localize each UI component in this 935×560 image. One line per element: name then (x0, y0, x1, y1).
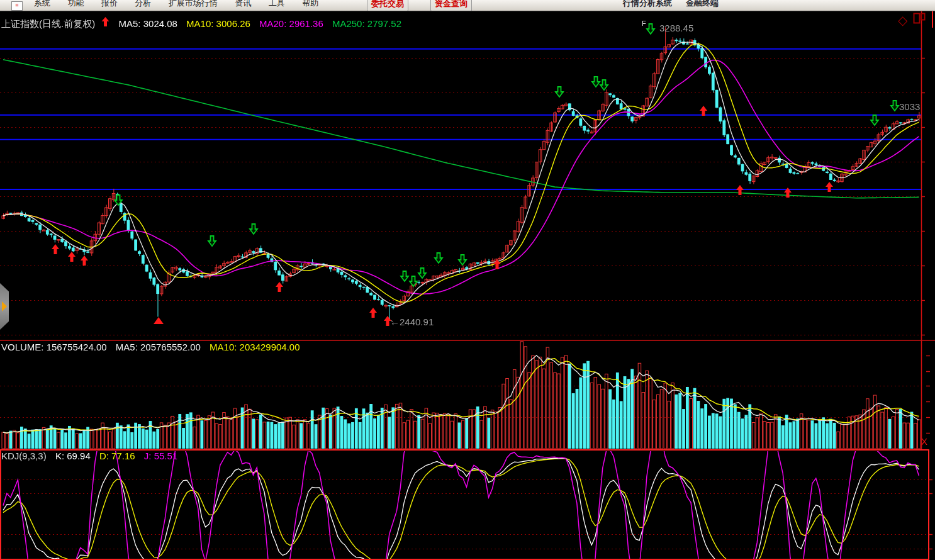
kdj-j-value: J: 55.51 (144, 451, 177, 461)
close-indicator-icon[interactable]: X (921, 436, 927, 447)
chart-title: 上证指数(日线.前复权) (1, 18, 95, 29)
menu-row: 系统 功能 报价 分析 扩展市场行情 资讯 工具 帮助 (34, 0, 333, 11)
menu-item-6[interactable]: 工具 (269, 0, 285, 9)
kdj-k-value: K: 69.94 (55, 451, 91, 461)
top-toolbar: ≡ 系统 功能 报价 分析 扩展市场行情 资讯 工具 帮助 委托交易 资金查询 … (0, 0, 935, 11)
menu-item-1[interactable]: 功能 (67, 0, 84, 9)
kdj-title: KDJ(9,3,3) (1, 451, 47, 461)
kdj-legend: KDJ(9,3,3) K: 69.94 D: 77.16 J: 55.51 (1, 451, 184, 461)
ma250-legend: MA250: 2797.52 (332, 18, 401, 29)
menu-item-5[interactable]: 资讯 (235, 0, 251, 9)
peak-flag-label: F (642, 20, 646, 27)
volume-legend: VOLUME: 156755424.00 MA5: 205765552.00 M… (1, 342, 306, 352)
menu-item-4[interactable]: 扩展市场行情 (169, 0, 218, 9)
ma20-legend: MA20: 2961.36 (259, 18, 323, 29)
volume-value: VOLUME: 156755424.00 (1, 342, 107, 352)
chart-canvas[interactable] (0, 0, 935, 560)
stock-terminal: { "toolbar": { "menu_items": ["系统", "功能"… (0, 0, 935, 560)
menu-item-3[interactable]: 分析 (135, 0, 151, 9)
toolbar-right-label-1: 行情分析系统 (623, 0, 672, 9)
split-window-icon[interactable] (913, 13, 926, 27)
expand-arrow-icon (2, 301, 7, 311)
low-price-label: ←2440.91 (390, 316, 434, 327)
menu-item-0[interactable]: 系统 (34, 0, 50, 9)
kdj-d-value: D: 77.16 (99, 451, 135, 461)
menu-item-2[interactable]: 报价 (101, 0, 118, 9)
peak-price-label: 3288.45 (659, 23, 693, 33)
up-arrow-icon (101, 17, 109, 29)
ma10-legend: MA10: 3006.26 (186, 18, 250, 29)
app-icon[interactable]: ≡ (11, 1, 23, 11)
query-button[interactable]: 资金查询 (430, 0, 472, 11)
trade-button[interactable]: 委托交易 (367, 0, 408, 11)
last-price-label: 3033 (899, 101, 920, 112)
volume-ma5: MA5: 205765552.00 (116, 342, 201, 352)
ma5-legend: MA5: 3024.08 (119, 18, 177, 29)
main-chart-legend: 上证指数(日线.前复权) MA5: 3024.08 MA10: 3006.26 … (1, 17, 408, 30)
toolbar-right-label-2: 金融终端 (686, 0, 719, 9)
menu-item-7[interactable]: 帮助 (302, 0, 318, 9)
diamond-icon[interactable]: ◇ (898, 13, 907, 28)
volume-ma10: MA10: 203429904.00 (210, 342, 300, 352)
